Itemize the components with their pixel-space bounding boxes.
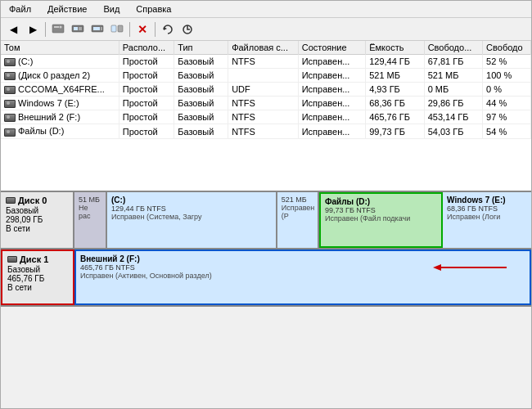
cell-type: Базовый (174, 124, 228, 138)
cell-vol: CCCOMA_X64FRE... (1, 83, 119, 97)
part-status: Исправен (Р (282, 204, 313, 220)
volume-prop-button[interactable] (69, 20, 87, 38)
toolbar-separator-3 (155, 22, 156, 37)
partition-disk0-2[interactable]: 521 МБ Исправен (Р (277, 192, 319, 248)
svg-rect-9 (111, 25, 116, 32)
cell-type: Базовый (174, 110, 228, 124)
col-type[interactable]: Тип (174, 41, 228, 55)
disk-row-disk0: Диск 0 Базовый 298,09 ГБ В сети 51 МБ Не… (1, 192, 531, 249)
cell-fs: NTFS (228, 97, 299, 110)
toolbar-separator-1 (45, 22, 46, 37)
part-size: 99,73 ГБ NTFS (325, 206, 437, 214)
cell-size: 129,44 ГБ (366, 55, 424, 69)
partition-disk0-1[interactable]: (C:) 129,44 ГБ NTFS Исправен (Система, З… (107, 192, 277, 248)
partition-disk0-3[interactable]: Файлы (D:) 99,73 ГБ NTFS Исправен (Файл … (319, 192, 443, 248)
table-row[interactable]: Внешний 2 (F:) Простой Базовый NTFS Испр… (1, 110, 531, 124)
svg-marker-11 (164, 27, 167, 30)
cell-vol: Внешний 2 (F:) (1, 110, 119, 124)
toolbar-separator-2 (129, 22, 130, 37)
table-row[interactable]: Файлы (D:) Простой Базовый NTFS Исправен… (1, 124, 531, 138)
cell-free2: 52 % (483, 55, 531, 69)
menu-view[interactable]: Вид (98, 2, 124, 16)
cell-size: 465,76 ГБ (366, 110, 424, 124)
disk-list-button[interactable] (49, 20, 67, 38)
cell-fs: NTFS (228, 55, 299, 69)
disk-title: Диск 0 (6, 196, 68, 205)
part-size: 68,36 ГБ NTFS (447, 204, 527, 213)
disk-icon (4, 58, 16, 66)
cell-free2: 100 % (483, 69, 531, 83)
svg-rect-5 (79, 27, 82, 30)
part-size: 129,44 ГБ NTFS (111, 204, 272, 213)
disk-map: Диск 0 Базовый 298,09 ГБ В сети 51 МБ Не… (1, 192, 531, 408)
col-state[interactable]: Состояние (298, 41, 365, 55)
back-button[interactable]: ◀ (4, 20, 22, 38)
table-row[interactable]: Windows 7 (E:) Простой Базовый NTFS Испр… (1, 97, 531, 110)
part-size: 521 МБ (282, 196, 313, 204)
cell-size: 68,36 ГБ (366, 97, 424, 110)
disk-hdd-icon (7, 256, 17, 263)
disk-icon (4, 114, 16, 122)
part-status: Исправен (Логи (447, 213, 527, 221)
disk-size: 298,09 ГБ (6, 215, 68, 224)
col-free1[interactable]: Свободо... (424, 41, 482, 55)
toolbar: ◀ ▶ (1, 18, 531, 41)
partition-disk1-0[interactable]: Внешний 2 (F:) 465,76 ГБ NTFS Исправен (… (74, 249, 531, 305)
part-name: Файлы (D:) (325, 197, 437, 206)
volume-prop2-button[interactable] (88, 20, 106, 38)
cell-state: Исправен... (298, 124, 365, 138)
part-status: Исправен (Файл подкачи (325, 214, 437, 222)
part-name: (C:) (111, 196, 272, 204)
table-row[interactable]: (C:) Простой Базовый NTFS Исправен... 12… (1, 55, 531, 69)
disk-icon (4, 100, 16, 108)
refresh2-button[interactable] (178, 20, 196, 38)
table-row[interactable]: CCCOMA_X64FRE... Простой Базовый UDF Исп… (1, 83, 531, 97)
col-size[interactable]: Ёмкость (366, 41, 424, 55)
cell-state: Исправен... (298, 110, 365, 124)
cell-type: Базовый (174, 55, 228, 69)
partition-icon (110, 23, 124, 36)
volume2-icon (91, 23, 104, 36)
refresh1-icon (161, 23, 174, 36)
svg-rect-1 (54, 26, 59, 28)
disk-icon (4, 128, 16, 137)
partition-button[interactable] (108, 20, 126, 38)
disk-status: В сети (7, 283, 68, 292)
forward-button[interactable]: ▶ (24, 20, 42, 38)
part-size: 51 МБ (79, 196, 101, 204)
cell-free2: 54 % (483, 124, 531, 138)
svg-point-2 (60, 25, 62, 28)
red-arrow-icon (433, 259, 515, 276)
cell-state: Исправен... (298, 55, 365, 69)
disk-title: Диск 1 (7, 254, 68, 264)
partition-disk0-4[interactable]: Windows 7 (E:) 68,36 ГБ NTFS Исправен (Л… (443, 192, 531, 248)
cell-free1: 29,86 ГБ (424, 97, 482, 110)
menu-file[interactable]: Файл (4, 2, 36, 16)
table-row[interactable]: (Диск 0 раздел 2) Простой Базовый Исправ… (1, 69, 531, 83)
disk-hdd-icon (6, 197, 16, 204)
disk-label-disk1[interactable]: Диск 1 Базовый 465,76 ГБ В сети (1, 249, 74, 305)
menu-help[interactable]: Справка (131, 2, 176, 16)
col-vol[interactable]: Том (1, 41, 119, 55)
cell-state: Исправен... (298, 69, 365, 83)
disk-label-disk0[interactable]: Диск 0 Базовый 298,09 ГБ В сети (1, 192, 74, 248)
disk-size: 465,76 ГБ (7, 274, 68, 283)
col-loc[interactable]: Располо... (119, 41, 174, 55)
refresh1-button[interactable] (159, 20, 177, 38)
cell-free1: 0 МБ (424, 83, 482, 97)
cell-state: Исправен... (298, 83, 365, 97)
cell-vol: Windows 7 (E:) (1, 97, 119, 110)
partition-disk0-0[interactable]: 51 МБ Не рас (74, 192, 107, 248)
menu-action[interactable]: Действие (43, 2, 92, 16)
cell-loc: Простой (119, 97, 174, 110)
cell-loc: Простой (119, 83, 174, 97)
delete-button[interactable]: ✕ (133, 20, 151, 38)
col-fs[interactable]: Файловая с... (228, 41, 299, 55)
cell-fs: UDF (228, 83, 299, 97)
cell-free2: 0 % (483, 83, 531, 97)
svg-rect-4 (74, 27, 78, 30)
col-free2[interactable]: Свободо (483, 41, 531, 55)
cell-free2: 44 % (483, 97, 531, 110)
cell-fs: NTFS (228, 110, 299, 124)
cell-type: Базовый (174, 69, 228, 83)
